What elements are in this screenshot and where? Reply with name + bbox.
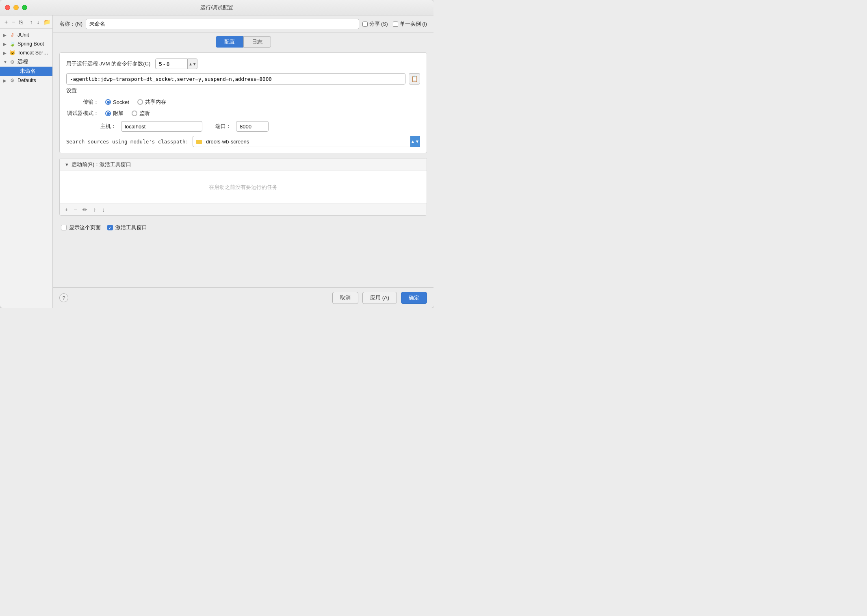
move-up-button[interactable]: ↑	[28, 18, 34, 26]
sidebar-toolbar: + − ⎘ ↑ ↓ 📁 ↕	[0, 15, 52, 29]
arrow-down-icon: ▼	[3, 60, 9, 64]
startup-up-button[interactable]: ↑	[91, 206, 98, 214]
settings-title: 设置	[66, 87, 420, 94]
defaults-icon: ⚙	[9, 77, 15, 84]
single-instance-checkbox[interactable]	[393, 22, 398, 27]
version-input[interactable]	[155, 59, 188, 69]
config-panel: 用于运行远程 JVM 的命令行参数(C) ▲▼ 📋 设置	[53, 48, 434, 287]
cancel-button[interactable]: 取消	[332, 292, 358, 304]
sidebar-label-defaults: Defaults	[17, 78, 36, 83]
jvm-label: 用于运行远程 JVM 的命令行参数(C)	[66, 60, 150, 67]
share-label: 分享 (S)	[369, 21, 388, 28]
startup-remove-button[interactable]: −	[72, 206, 78, 214]
ok-button[interactable]: 确定	[401, 292, 427, 304]
host-label: 主机：	[100, 123, 116, 130]
attach-radio[interactable]	[105, 111, 111, 116]
close-button[interactable]	[5, 5, 10, 10]
share-option: 分享 (S)	[362, 21, 388, 28]
new-folder-button[interactable]: 📁	[42, 18, 52, 26]
apply-button[interactable]: 应用 (A)	[362, 292, 397, 304]
classpath-select[interactable]: drools-wb-screens	[193, 136, 410, 147]
remove-config-button[interactable]: −	[11, 18, 16, 26]
sidebar-item-junit[interactable]: ▶ J JUnit	[0, 30, 52, 39]
version-stepper[interactable]: ▲▼	[188, 59, 197, 69]
sidebar-label-unnamed: 未命名	[20, 68, 36, 75]
sidebar-label-tomcat: Tomcat Server	[17, 50, 49, 56]
sidebar: + − ⎘ ↑ ↓ 📁 ↕ ▶ J JUnit ▶ 🍃	[0, 15, 53, 308]
bottom-checks: 显示这个页面 ✓ 激活工具窗口	[59, 221, 427, 231]
port-input[interactable]	[236, 121, 269, 132]
classpath-select-wrap: drools-wb-screens ▲▼	[193, 136, 420, 147]
sidebar-item-defaults[interactable]: ▶ ⚙ Defaults	[0, 76, 52, 85]
sidebar-item-remote[interactable]: ▼ ⚙ 远程	[0, 57, 52, 67]
startup-add-button[interactable]: +	[63, 206, 69, 214]
transport-row: 传输： Socket 共享内存	[66, 98, 420, 106]
classpath-value: drools-wb-screens	[206, 139, 249, 145]
show-page-label: 显示这个页面	[69, 224, 101, 231]
minimize-button[interactable]	[13, 5, 19, 10]
radio-socket[interactable]: Socket	[105, 99, 129, 105]
tab-config[interactable]: 配置	[216, 36, 243, 48]
transport-radio-group: Socket 共享内存	[105, 98, 166, 106]
transport-label: 传输：	[66, 98, 99, 106]
startup-body: 在启动之前没有要运行的任务	[60, 171, 427, 204]
attach-label: 附加	[113, 110, 124, 117]
startup-down-button[interactable]: ↓	[100, 206, 106, 214]
classpath-dropdown-button[interactable]: ▲▼	[410, 136, 420, 147]
startup-empty-text: 在启动之前没有要运行的任务	[209, 184, 277, 191]
copy-button[interactable]: 📋	[409, 73, 420, 85]
sidebar-tree: ▶ J JUnit ▶ 🍃 Spring Boot ▶ 🐱 Tomcat Ser…	[0, 29, 52, 308]
name-bar: 名称：(N) 分享 (S) 单一实例 (I)	[53, 15, 434, 33]
show-page-checkbox[interactable]	[61, 225, 67, 230]
radio-listen[interactable]: 监听	[132, 110, 150, 117]
shared-memory-radio[interactable]	[137, 99, 143, 105]
startup-edit-button[interactable]: ✏	[81, 206, 89, 214]
shared-memory-label: 共享内存	[145, 98, 166, 106]
agent-input[interactable]	[66, 73, 405, 85]
share-options: 分享 (S) 单一实例 (I)	[362, 21, 427, 28]
classpath-label: Search sources using module's classpath:	[66, 139, 189, 145]
startup-arrow-icon[interactable]: ▼	[65, 162, 69, 167]
host-input[interactable]	[121, 121, 202, 132]
radio-attach[interactable]: 附加	[105, 110, 124, 117]
sidebar-item-unnamed[interactable]: ⚙ 未命名	[0, 67, 52, 76]
unnamed-icon: ⚙	[11, 68, 18, 75]
spring-boot-icon: 🍃	[9, 41, 15, 47]
arrow-icon: ▶	[3, 33, 9, 37]
sidebar-item-tomcat[interactable]: ▶ 🐱 Tomcat Server	[0, 48, 52, 57]
copy-config-button[interactable]: ⎘	[18, 18, 24, 26]
port-label: 端口：	[215, 123, 231, 130]
agent-input-row: 📋	[66, 73, 420, 85]
name-input[interactable]	[86, 19, 359, 29]
socket-radio[interactable]	[105, 99, 111, 105]
sidebar-label-spring-boot: Spring Boot	[17, 41, 44, 47]
activate-window-checkbox[interactable]: ✓	[107, 225, 113, 230]
activate-window-label: 激活工具窗口	[115, 224, 147, 231]
startup-title: 启动前(B)：激活工具窗口	[72, 161, 131, 168]
listen-radio[interactable]	[132, 111, 137, 116]
activate-window-option[interactable]: ✓ 激活工具窗口	[107, 224, 147, 231]
help-button[interactable]: ?	[59, 293, 68, 302]
settings-section: 设置 传输： Socket 共享内存	[66, 87, 420, 147]
maximize-button[interactable]	[22, 5, 27, 10]
footer-left: ?	[59, 293, 328, 302]
listen-label: 监听	[139, 110, 150, 117]
share-checkbox[interactable]	[362, 22, 368, 27]
host-port-row: 主机： 端口：	[66, 121, 420, 132]
tomcat-icon: 🐱	[9, 50, 15, 56]
jvm-config-card: 用于运行远程 JVM 的命令行参数(C) ▲▼ 📋 设置	[59, 52, 427, 153]
debugger-label: 调试器模式：	[66, 110, 99, 117]
startup-section: ▼ 启动前(B)：激活工具窗口 在启动之前没有要运行的任务 + − ✏ ↑ ↓	[59, 158, 427, 216]
startup-header: ▼ 启动前(B)：激活工具窗口	[60, 158, 427, 171]
show-page-option[interactable]: 显示这个页面	[61, 224, 101, 231]
sidebar-item-spring-boot[interactable]: ▶ 🍃 Spring Boot	[0, 39, 52, 48]
move-down-button[interactable]: ↓	[35, 18, 41, 26]
version-select-wrap: ▲▼	[155, 59, 197, 69]
classpath-row: Search sources using module's classpath:…	[66, 136, 420, 147]
content-area: 名称：(N) 分享 (S) 单一实例 (I) 配置 日志	[53, 15, 434, 308]
startup-toolbar: + − ✏ ↑ ↓	[60, 204, 427, 215]
traffic-lights	[5, 5, 27, 10]
tab-log[interactable]: 日志	[243, 36, 271, 48]
add-config-button[interactable]: +	[3, 18, 9, 26]
radio-shared-memory[interactable]: 共享内存	[137, 98, 166, 106]
